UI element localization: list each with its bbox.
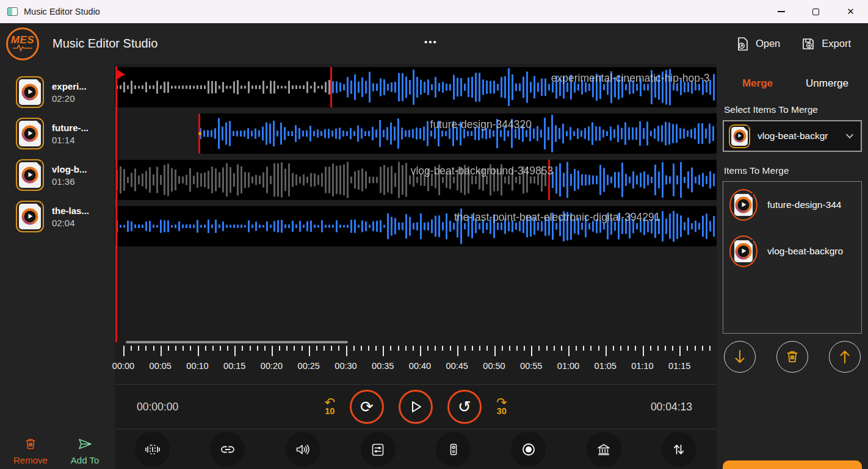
arrow-down-icon [732,348,748,365]
export-button[interactable]: Export [801,37,851,51]
forward-arrow-icon: ↷ [496,398,507,407]
reorder-button[interactable] [662,432,696,467]
record-icon [521,442,537,457]
ruler-time-label: 01:00 [557,361,579,371]
transport-bar: 00:00:00 ↶ 10 ⟳ ↺ [115,384,717,429]
file-name: vlog-b... [52,164,87,174]
clip-title: vlog-beat-background-349853 [411,165,554,177]
close-button[interactable]: ✕ [833,0,868,23]
close-icon: ✕ [847,6,855,17]
track-row: future-design-344320 [115,110,717,157]
play-button[interactable] [399,390,433,424]
export-label: Export [822,38,851,49]
tab-merge[interactable]: Merge [723,73,792,95]
link-icon [220,442,236,457]
equalizer-icon [371,442,385,457]
dropdown-value: vlog-beat-backgr [758,131,837,141]
remove-label: Remove [13,455,48,465]
library-item[interactable]: the-las... 02:04 [0,196,115,237]
clip-title: experimental-cinematic-hip-hop-3 [551,72,710,85]
remove-button[interactable]: Remove [13,437,48,465]
maximize-icon [812,9,819,15]
media-library-sidebar: experi... 02:20 future-... 01:14 vlog-b.… [0,64,115,469]
tools-toolbar [115,429,717,469]
ruler-time-label: 01:10 [631,361,653,371]
ruler-time-label: 00:05 [150,361,172,371]
tab-unmerge[interactable]: Unmerge [792,73,862,95]
header-actions: Open Export [736,37,851,51]
volume-button[interactable] [286,432,320,467]
ruler-segment: 01:15 [679,345,717,384]
open-button[interactable]: Open [736,37,780,51]
speaker-button[interactable] [436,432,471,467]
merge-list-item[interactable]: future-design-344 [723,182,861,228]
delete-item-button[interactable] [776,341,808,373]
add-to-button[interactable]: Add To [71,437,99,465]
tracks-area: experimental-cinematic-hip-hop-3 future-… [115,64,717,345]
ruler-time-label: 00:10 [186,361,208,371]
minimize-button[interactable] [764,0,798,23]
rewind-arrow-icon: ↶ [324,398,335,407]
rewind-10-button[interactable]: ↶ 10 [324,398,335,415]
page-title: Music Editor Studio [52,37,157,51]
audio-file-icon [729,189,758,221]
ruler-time-label: 00:40 [409,361,431,371]
audio-file-icon [16,76,44,108]
playhead-flag[interactable] [116,69,125,80]
library-item[interactable]: future-... 01:14 [0,113,115,154]
titlebar: Music Editor Studio ✕ [0,0,868,23]
merge-source-dropdown[interactable]: vlog-beat-backgr [723,120,862,152]
open-file-icon [736,37,750,51]
audio-clip[interactable]: future-design-344320 [198,113,717,154]
record-button[interactable] [511,432,546,467]
audio-file-icon [16,201,44,232]
move-up-button[interactable] [829,341,861,373]
trash-icon [784,349,800,365]
trim-button[interactable] [135,432,170,467]
ruler-time-label: 01:05 [595,361,617,371]
ruler-time-label: 00:20 [261,361,283,371]
restart-icon: ↺ [458,399,471,415]
bank-icon [596,442,612,457]
library-item[interactable]: vlog-b... 01:36 [0,154,115,196]
ruler-time-label: 00:00 [112,361,134,371]
sort-arrows-icon [671,442,687,457]
more-menu-button[interactable]: ••• [424,37,438,47]
clip-title: future-design-344320 [430,118,532,131]
library-item[interactable]: experi... 02:20 [0,71,115,113]
volume-icon [295,442,311,457]
window-controls: ✕ [764,0,868,23]
clip-title: the-last-point-beat-electronic-digital-3… [454,211,660,224]
add-to-label: Add To [71,455,99,465]
trim-icon [144,442,161,457]
loop-button[interactable]: ⟳ [350,390,384,424]
horizontal-scrollbar-thumb[interactable] [126,341,348,343]
file-duration: 02:04 [52,218,89,228]
items-to-merge-list: future-design-344 vlog-beat-backgro [723,181,862,334]
equalizer-button[interactable] [361,432,396,467]
export-save-icon [801,37,816,51]
bank-button[interactable] [587,432,621,467]
music-editor-studio-window: Music Editor Studio ✕ MES Music Editor S… [0,0,868,469]
track-row: vlog-beat-background-349853 [115,157,717,203]
audio-clip[interactable]: experimental-cinematic-hip-hop-3 [115,67,717,107]
restart-button[interactable]: ↺ [447,390,482,424]
minimize-icon [778,11,785,12]
merge-confirm-button[interactable] [723,460,862,469]
playhead-line[interactable] [115,66,117,342]
audio-clip[interactable]: the-last-point-beat-electronic-digital-3… [115,206,717,246]
link-button[interactable] [210,432,245,467]
audio-clip[interactable]: vlog-beat-background-349853 [115,160,717,200]
merge-list-item[interactable]: vlog-beat-backgro [723,228,861,274]
ruler-time-label: 00:25 [298,361,320,371]
merge-panel: Merge Unmerge Select Items To Merge vlog… [717,64,868,469]
total-time: 00:04:13 [619,401,717,414]
rewind-seconds: 10 [325,407,335,415]
forward-30-button[interactable]: ↷ 30 [496,398,507,415]
track-row: the-last-point-beat-electronic-digital-3… [115,203,717,249]
file-name: experi... [52,81,87,91]
audio-file-icon [16,159,44,191]
send-icon [76,437,93,451]
move-down-button[interactable] [724,341,756,373]
maximize-button[interactable] [798,0,833,23]
